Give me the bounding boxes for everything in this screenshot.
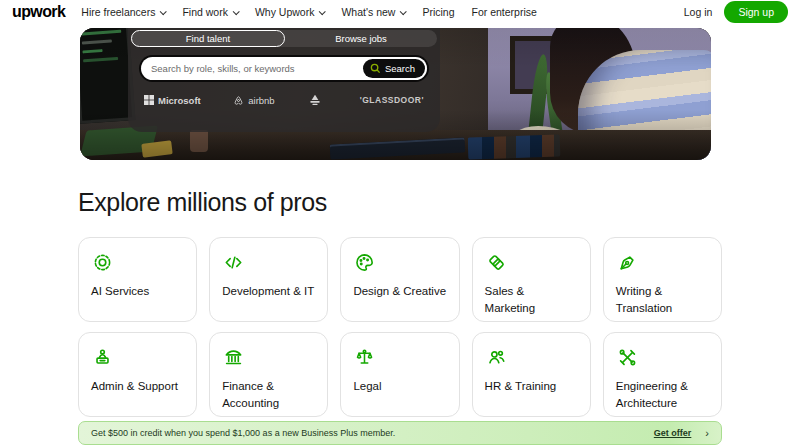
hero-search-bar: Search xyxy=(141,57,427,80)
category-label: Legal xyxy=(353,378,446,395)
nav-item-label: Find work xyxy=(182,6,228,18)
category-card-admin-support[interactable]: Admin & Support xyxy=(78,332,197,417)
login-link[interactable]: Log in xyxy=(684,6,713,18)
category-label: Sales & Marketing xyxy=(485,283,578,316)
brand-unidentified xyxy=(307,94,327,106)
brand-airbnb: airbnb xyxy=(233,95,274,106)
category-label: Development & IT xyxy=(222,283,315,300)
nav-item-label: For enterprise xyxy=(472,6,537,18)
chevron-right-icon[interactable]: › xyxy=(705,428,709,439)
nav-item-label: Pricing xyxy=(422,6,454,18)
admin-support-icon xyxy=(91,346,114,369)
search-button-label: Search xyxy=(385,63,415,74)
tab-find-talent[interactable]: Find talent xyxy=(131,30,285,47)
engineering-architecture-icon xyxy=(616,346,639,369)
abstract-brand-mark-icon xyxy=(307,94,323,106)
chevron-down-icon xyxy=(319,8,326,15)
brand-logos-row: Microsoft airbnb 'GLASSDOOR' xyxy=(144,94,424,106)
tab-browse-jobs[interactable]: Browse jobs xyxy=(285,30,437,47)
nav-item-label: Hire freelancers xyxy=(81,6,155,18)
promo-banner-text: Get $500 in credit when you spend $1,000… xyxy=(91,428,654,438)
get-offer-link[interactable]: Get offer xyxy=(654,428,692,438)
search-input[interactable] xyxy=(141,63,363,74)
talent-jobs-tab-strip: Find talent Browse jobs xyxy=(131,30,437,47)
upwork-logo[interactable]: upwork xyxy=(12,3,65,21)
category-grid: AI Services Development & IT Design & Cr… xyxy=(78,237,722,417)
chevron-down-icon xyxy=(400,8,407,15)
search-button[interactable]: Search xyxy=(363,59,425,78)
nav-item-hire-freelancers[interactable]: Hire freelancers xyxy=(81,6,165,18)
development-it-icon xyxy=(222,251,245,274)
brand-microsoft: Microsoft xyxy=(144,95,201,106)
category-card-hr-training[interactable]: HR & Training xyxy=(472,332,591,417)
nav-item-for-enterprise[interactable]: For enterprise xyxy=(472,6,537,18)
nav-item-why-upwork[interactable]: Why Upwork xyxy=(255,6,325,18)
nav-item-find-work[interactable]: Find work xyxy=(182,6,238,18)
category-card-development-it[interactable]: Development & IT xyxy=(209,237,328,322)
nav-item-label: What's new xyxy=(341,6,395,18)
category-card-legal[interactable]: Legal xyxy=(340,332,459,417)
microsoft-logo-icon xyxy=(144,95,154,105)
promo-banner: Get $500 in credit when you spend $1,000… xyxy=(78,421,722,445)
writing-translation-icon xyxy=(616,251,639,274)
search-icon xyxy=(370,63,381,74)
category-card-finance-accounting[interactable]: Finance & Accounting xyxy=(209,332,328,417)
nav-item-whats-new[interactable]: What's new xyxy=(341,6,405,18)
sales-marketing-icon xyxy=(485,251,508,274)
nav-item-pricing[interactable]: Pricing xyxy=(422,6,454,18)
top-nav: upwork Hire freelancers Find work Why Up… xyxy=(0,0,800,24)
category-card-ai-services[interactable]: AI Services xyxy=(78,237,197,322)
category-card-design-creative[interactable]: Design & Creative xyxy=(340,237,459,322)
chevron-down-icon xyxy=(160,8,167,15)
category-label: AI Services xyxy=(91,283,184,300)
design-creative-icon xyxy=(353,251,376,274)
ai-services-icon xyxy=(91,251,114,274)
category-label: HR & Training xyxy=(485,378,578,395)
brand-label: Microsoft xyxy=(158,95,201,106)
category-card-writing-translation[interactable]: Writing & Translation xyxy=(603,237,722,322)
brand-glassdoor: 'GLASSDOOR' xyxy=(360,95,424,105)
airbnb-logo-icon xyxy=(233,95,244,106)
category-card-engineering-architecture[interactable]: Engineering & Architecture xyxy=(603,332,722,417)
brand-label: airbnb xyxy=(248,95,274,106)
hero-banner: Find talent Browse jobs Search Microsoft… xyxy=(80,28,711,160)
category-label: Design & Creative xyxy=(353,283,446,300)
nav-item-label: Why Upwork xyxy=(255,6,315,18)
category-label: Finance & Accounting xyxy=(222,378,315,411)
category-label: Engineering & Architecture xyxy=(616,378,709,411)
page-title: Explore millions of pros xyxy=(78,188,327,217)
chevron-down-icon xyxy=(233,8,240,15)
finance-accounting-icon xyxy=(222,346,245,369)
category-card-sales-marketing[interactable]: Sales & Marketing xyxy=(472,237,591,322)
category-label: Writing & Translation xyxy=(616,283,709,316)
nav-menu: Hire freelancers Find work Why Upwork Wh… xyxy=(81,6,537,18)
hero-search-panel: Find talent Browse jobs Search Microsoft… xyxy=(128,28,440,132)
hr-training-icon xyxy=(485,346,508,369)
glassdoor-logo-text: 'GLASSDOOR' xyxy=(360,95,424,105)
category-label: Admin & Support xyxy=(91,378,184,395)
legal-icon xyxy=(353,346,376,369)
signup-button[interactable]: Sign up xyxy=(724,1,788,23)
